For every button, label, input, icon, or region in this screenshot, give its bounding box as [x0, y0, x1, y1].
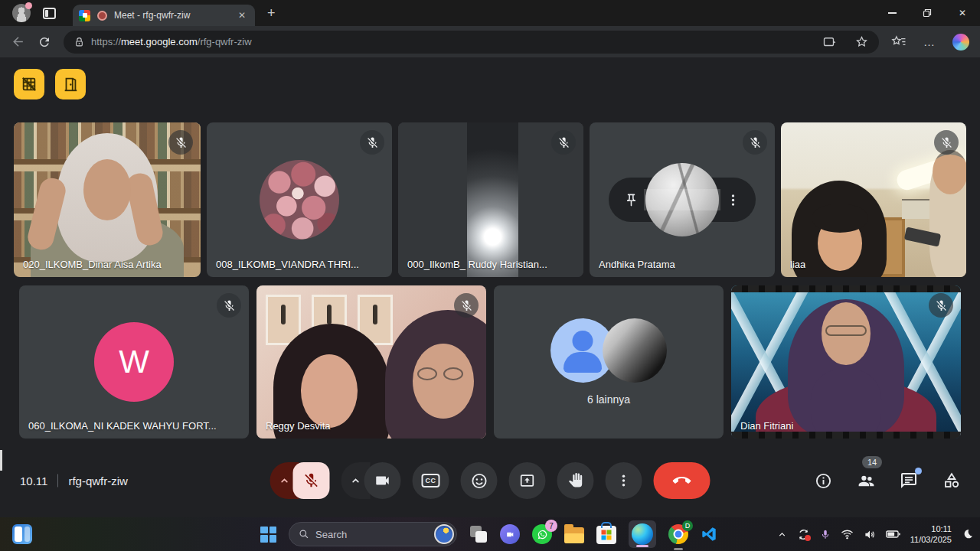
participant-tile[interactable]: W 060_ILKOMA_NI KADEK WAHYU FORT...: [19, 285, 249, 439]
tab-title: Meet - rfg-qwfr-ziw: [114, 10, 235, 21]
chat-notification-dot: [915, 468, 922, 474]
camera-toggle-button[interactable]: [364, 462, 401, 499]
participant-tile[interactable]: liaa: [781, 122, 966, 277]
refresh-button[interactable]: [38, 35, 51, 49]
photo-avatar: [603, 318, 667, 383]
search-icon: [299, 529, 309, 540]
video-feed: [256, 285, 486, 439]
captions-icon: CC: [422, 474, 440, 487]
participant-tile[interactable]: 020_ILKOMB_Dinar Aisa Artika: [14, 122, 201, 277]
video-call-app-icon[interactable]: [500, 524, 520, 544]
mic-off-icon: [929, 293, 953, 318]
chrome-taskbar-icon[interactable]: D: [668, 524, 688, 544]
participant-name: Reggy Desvita: [266, 420, 331, 432]
taskbar-clock[interactable]: 10:11 11/03/2025: [910, 523, 952, 546]
chrome-profile-badge: D: [682, 520, 693, 531]
do-not-disturb-moon-icon[interactable]: [962, 528, 974, 540]
tray-chevron-icon[interactable]: [777, 530, 787, 540]
people-panel-button[interactable]: 14: [856, 471, 876, 491]
activities-button[interactable]: [942, 471, 962, 491]
participant-tile[interactable]: 000_IlkomB_ Ruddy Haristian...: [398, 122, 583, 277]
leave-call-button[interactable]: [654, 462, 710, 499]
url-text: https://meet.google.com/rfg-qwfr-ziw: [91, 36, 252, 47]
lock-icon: [74, 37, 84, 47]
copilot-icon[interactable]: [952, 34, 969, 51]
participant-tile[interactable]: Reggy Desvita: [256, 285, 486, 439]
more-vert-icon: [616, 473, 632, 488]
recording-dot: [805, 535, 811, 541]
battery-icon[interactable]: [886, 530, 900, 539]
divider: [57, 474, 58, 487]
sync-recording-icon[interactable]: [797, 528, 810, 541]
window-close-button[interactable]: ✕: [945, 0, 980, 26]
present-screen-button[interactable]: [509, 462, 546, 499]
meeting-info-button[interactable]: [813, 471, 833, 491]
whatsapp-icon[interactable]: 7: [532, 524, 552, 544]
present-icon: [519, 472, 536, 489]
participant-tile[interactable]: 008_ILKOMB_VIANDRA THRI...: [207, 122, 392, 277]
favorite-star-icon[interactable]: [855, 35, 868, 48]
door-extension-button[interactable]: [55, 69, 86, 99]
camera-control-group: [341, 462, 401, 499]
edge-taskbar-icon[interactable]: [629, 520, 656, 548]
browser-profile-avatar[interactable]: [12, 4, 31, 22]
wifi-icon[interactable]: [841, 529, 854, 540]
participant-name: Dian Fitriani: [740, 420, 793, 432]
tile-more-options-icon[interactable]: [726, 193, 740, 207]
flowers-avatar: [260, 160, 339, 240]
tab-close-button[interactable]: ✕: [235, 10, 249, 21]
browser-titlebar: Meet - rfg-qwfr-ziw ✕ + ✕: [0, 0, 980, 26]
file-explorer-icon[interactable]: [564, 525, 584, 543]
people-icon: [857, 471, 876, 491]
vscode-icon[interactable]: [701, 526, 717, 543]
call-end-icon: [673, 471, 691, 490]
participant-name: 000_IlkomB_ Ruddy Haristian...: [407, 259, 547, 270]
pin-icon[interactable]: [624, 193, 639, 207]
window-restore-button[interactable]: [910, 0, 945, 26]
back-button[interactable]: [11, 34, 25, 49]
mic-in-use-icon[interactable]: [820, 529, 831, 540]
search-placeholder: Search: [315, 529, 347, 540]
mic-mute-button[interactable]: [293, 462, 330, 499]
chrome-running-indicator: [674, 548, 683, 550]
desktop-screen: Meet - rfg-qwfr-ziw ✕ + ✕ https://meet.g…: [0, 0, 980, 551]
new-tab-button[interactable]: +: [267, 6, 276, 20]
volume-icon[interactable]: [864, 529, 876, 540]
task-view-button[interactable]: [469, 525, 488, 543]
meeting-clock: 10.11: [20, 474, 47, 487]
url-bar[interactable]: https://meet.google.com/rfg-qwfr-ziw: [64, 31, 879, 54]
reactions-button[interactable]: [461, 462, 498, 499]
browser-toolbar: https://meet.google.com/rfg-qwfr-ziw …: [0, 26, 980, 57]
more-options-button[interactable]: [606, 462, 642, 499]
workspaces-icon[interactable]: [43, 8, 56, 19]
meet-favicon-icon: [79, 10, 90, 21]
taskbar-search[interactable]: Search: [289, 522, 457, 546]
whatsapp-badge: 7: [545, 520, 557, 532]
raise-hand-button[interactable]: [557, 462, 594, 499]
taskbar-time: 10:11: [910, 523, 952, 534]
grid-view-extension-button[interactable]: [14, 69, 44, 99]
favorites-bar-icon[interactable]: [891, 35, 906, 48]
videocam-icon: [374, 472, 391, 489]
mic-off-icon: [934, 130, 959, 155]
mic-control-group: [270, 462, 330, 499]
overflow-participants-tile[interactable]: 6 lainnya: [494, 285, 724, 439]
widgets-button[interactable]: [12, 524, 32, 544]
start-button[interactable]: [260, 527, 276, 543]
participant-name: liaa: [790, 259, 805, 270]
letter-avatar: W: [94, 322, 174, 402]
window-minimize-button[interactable]: [874, 0, 910, 26]
browser-tab[interactable]: Meet - rfg-qwfr-ziw ✕: [73, 5, 255, 26]
participant-name: 020_ILKOMB_Dinar Aisa Artika: [23, 259, 162, 270]
split-screen-icon[interactable]: [823, 36, 837, 48]
participant-tile[interactable]: Dian Fitriani: [731, 285, 961, 439]
browser-menu-icon[interactable]: …: [923, 35, 936, 48]
mic-off-icon: [168, 130, 193, 155]
captions-button[interactable]: CC: [413, 462, 449, 499]
participant-tile[interactable]: Andhika Pratama: [590, 122, 775, 277]
emoji-icon: [470, 472, 488, 490]
taskbar-date: 11/03/2025: [910, 534, 952, 545]
microsoft-store-icon[interactable]: [596, 524, 616, 544]
hand-icon: [567, 472, 584, 489]
chat-panel-button[interactable]: [899, 471, 919, 491]
